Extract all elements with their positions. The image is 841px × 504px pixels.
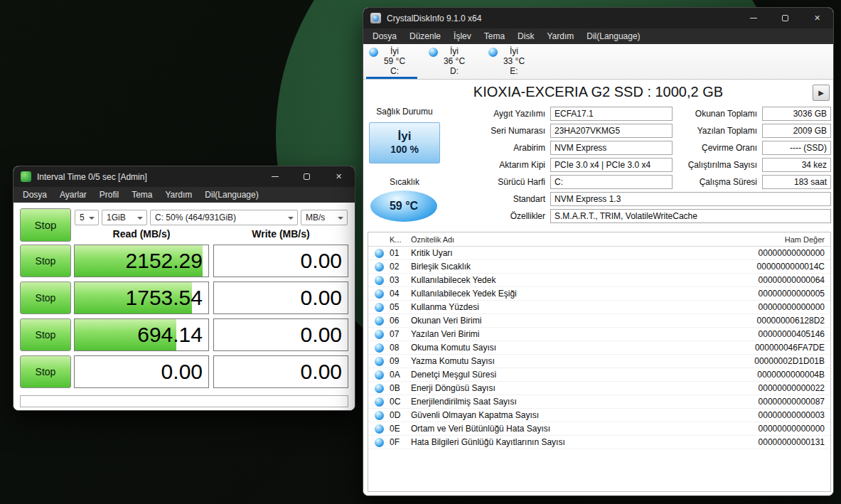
- cdi-minimize-button[interactable]: [737, 8, 769, 28]
- power-on-hours-field: 183 saat: [762, 175, 831, 189]
- stop-row-button[interactable]: Stop: [20, 318, 71, 351]
- health-status-box[interactable]: İyi 100 %: [369, 122, 440, 163]
- field-label: Çalışma Süresi: [677, 177, 762, 187]
- drive-tab-e[interactable]: İyi 33 °C E:: [484, 44, 544, 79]
- smart-row[interactable]: 01Kritik Uyarı00000000000000: [368, 247, 830, 260]
- attribute-status-orb-icon: [375, 438, 384, 447]
- read-value: 1753.54: [126, 282, 203, 313]
- drive-status: İyi: [450, 46, 459, 56]
- cdi-maximize-button[interactable]: [769, 8, 801, 28]
- smart-row[interactable]: 0EOrtam ve Veri Bütünlüğü Hata Sayısı000…: [368, 422, 830, 436]
- minimize-icon: [750, 18, 757, 18]
- features-field: S.M.A.R.T., TRIM, VolatileWriteCache: [550, 209, 831, 223]
- cdm-menu-tema[interactable]: Tema: [125, 187, 159, 203]
- smart-row[interactable]: 04Kullanılabilecek Yedek Eşiği0000000000…: [368, 287, 830, 301]
- cdm-minimize-button[interactable]: [259, 166, 291, 187]
- raw-value-column-header: Ham Değer: [717, 235, 830, 244]
- smart-row[interactable]: 02Birleşik Sıcaklık0000000000014C: [368, 260, 830, 274]
- test-size-select[interactable]: 1GiB: [102, 210, 147, 225]
- smart-row[interactable]: 06Okunan Veri Birimi000000006128D2: [368, 314, 830, 328]
- target-drive-select[interactable]: C: 50% (464/931GiB): [150, 210, 298, 225]
- cdm-menubar: Dosya Ayarlar Profil Tema Yardım Dil(Lan…: [14, 187, 355, 203]
- attribute-status-orb-icon: [375, 289, 384, 299]
- test-count-value: 5: [80, 213, 85, 222]
- cdi-close-button[interactable]: ✕: [801, 8, 833, 28]
- cdm-menu-yardim[interactable]: Yardım: [159, 187, 199, 203]
- interface-field: NVM Express: [550, 141, 673, 155]
- rotation-rate-field: ---- (SSD): [762, 141, 831, 155]
- cdi-menu-duzenle[interactable]: Düzenle: [403, 28, 447, 44]
- firmware-field: ECFA17.1: [550, 107, 673, 121]
- chevron-down-icon: [288, 217, 294, 220]
- unit-select[interactable]: MB/s: [301, 210, 348, 225]
- cdm-menu-dil[interactable]: Dil(Language): [198, 187, 264, 203]
- stop-row-button[interactable]: Stop: [20, 282, 71, 314]
- smart-row[interactable]: 0DGüvenli Olmayan Kapatma Sayısı00000000…: [368, 409, 830, 422]
- read-result-cell: 2152.29: [74, 245, 209, 277]
- drive-temp: 59 °C: [384, 56, 405, 66]
- smart-row[interactable]: 09Yazma Komutu Sayısı00000002D1D01B: [368, 355, 830, 368]
- test-count-select[interactable]: 5: [75, 210, 99, 225]
- next-disk-button[interactable]: ▶: [813, 85, 830, 101]
- cdm-close-button[interactable]: ✕: [323, 166, 355, 187]
- cdm-titlebar[interactable]: Interval Time 0/5 sec [Admin] ✕: [14, 166, 355, 187]
- transfer-mode-field: PCIe 3.0 x4 | PCIe 3.0 x4: [550, 158, 673, 172]
- maximize-icon: [304, 173, 310, 180]
- smart-row[interactable]: 05Kullanma Yüzdesi00000000000000: [368, 301, 830, 314]
- health-label: Sağlık Durumu: [369, 107, 440, 117]
- target-drive-value: C: 50% (464/931GiB): [155, 213, 236, 222]
- stop-row-button[interactable]: Stop: [20, 245, 71, 277]
- cdi-menu-yardim[interactable]: Yardım: [540, 28, 580, 44]
- smart-row[interactable]: 08Okuma Komutu Sayısı000000046FA7DE: [368, 341, 830, 355]
- play-icon: ▶: [818, 89, 824, 97]
- cdm-menu-dosya[interactable]: Dosya: [16, 187, 53, 203]
- usage-fields-column: Okunan Toplamı3036 GB Yazılan Toplamı200…: [677, 107, 831, 192]
- test-row: Stop 2152.29 0.00: [14, 245, 355, 277]
- attribute-status-orb-icon: [375, 397, 384, 407]
- read-value: 694.14: [137, 319, 203, 350]
- disk-model-title: KIOXIA-EXCERIA G2 SSD : 1000,2 GB: [363, 84, 833, 100]
- smart-row[interactable]: 0CEnerjilendirilmiş Saat Sayısı000000000…: [368, 395, 830, 409]
- cdi-menu-dosya[interactable]: Dosya: [366, 28, 403, 44]
- attribute-status-orb-icon: [375, 330, 384, 339]
- drive-tab-d[interactable]: İyi 36 °C D:: [424, 44, 484, 79]
- attribute-status-orb-icon: [375, 424, 384, 434]
- power-on-count-field: 34 kez: [762, 158, 831, 172]
- cdm-menu-profil[interactable]: Profil: [93, 187, 125, 203]
- stop-all-button[interactable]: Stop: [20, 208, 71, 242]
- cdi-menu-tema[interactable]: Tema: [478, 28, 511, 44]
- cdm-maximize-button[interactable]: [291, 166, 323, 187]
- health-percent-text: 100 %: [370, 144, 439, 155]
- smart-row[interactable]: 0ADenetçi Meşgul Süresi0000000000004B: [368, 368, 830, 382]
- drive-letter-field: C:: [550, 175, 673, 189]
- diskinfo-app-icon: [370, 13, 381, 23]
- write-value: 0.00: [301, 245, 342, 277]
- field-label: Aygıt Yazılımı: [447, 109, 550, 119]
- cdi-menu-disk[interactable]: Disk: [511, 28, 540, 44]
- smart-row[interactable]: 0FHata Bilgileri Günlüğü Kayıtlarının Sa…: [368, 436, 830, 449]
- test-row: Stop 694.14 0.00: [14, 318, 355, 351]
- diskmark-app-icon: [21, 171, 31, 182]
- close-icon: ✕: [336, 172, 342, 181]
- cdm-menu-ayarlar[interactable]: Ayarlar: [53, 187, 93, 203]
- write-column-header: Write (MB/s): [213, 228, 348, 240]
- cdi-window-controls: ✕: [737, 8, 833, 28]
- crystaldiskmark-window: Interval Time 0/5 sec [Admin] ✕ Dosya Ay…: [13, 166, 355, 411]
- serial-number-field: 23HA207VKMG5: [550, 124, 673, 138]
- drive-status-orb-icon: [488, 48, 498, 57]
- field-label: Seri Numarası: [447, 126, 550, 136]
- cdi-menu-islev[interactable]: İşlev: [447, 28, 478, 44]
- stop-row-button[interactable]: Stop: [20, 355, 71, 388]
- smart-row[interactable]: 07Yazılan Veri Birimi00000000405146: [368, 328, 830, 341]
- cdm-window-title: Interval Time 0/5 sec [Admin]: [37, 172, 259, 182]
- drive-tab-c[interactable]: İyi 59 °C C:: [365, 44, 424, 79]
- smart-row[interactable]: 0BEnerji Döngüsü Sayısı00000000000022: [368, 382, 830, 395]
- read-result-cell: 694.14: [74, 318, 209, 351]
- read-value: 0.00: [161, 356, 203, 387]
- smart-attributes-table[interactable]: K... Öznitelik Adı Ham Değer 01Kritik Uy…: [368, 232, 831, 492]
- standard-fields-column: StandartNVM Express 1.3 ÖzelliklerS.M.A.…: [447, 192, 831, 226]
- smart-row[interactable]: 03Kullanılabilecek Yedek00000000000064: [368, 274, 830, 287]
- cdi-menu-dil[interactable]: Dil(Language): [580, 28, 646, 44]
- smart-table-header: K... Öznitelik Adı Ham Değer: [368, 232, 830, 247]
- cdi-titlebar[interactable]: CrystalDiskInfo 9.1.0 x64 ✕: [363, 8, 833, 28]
